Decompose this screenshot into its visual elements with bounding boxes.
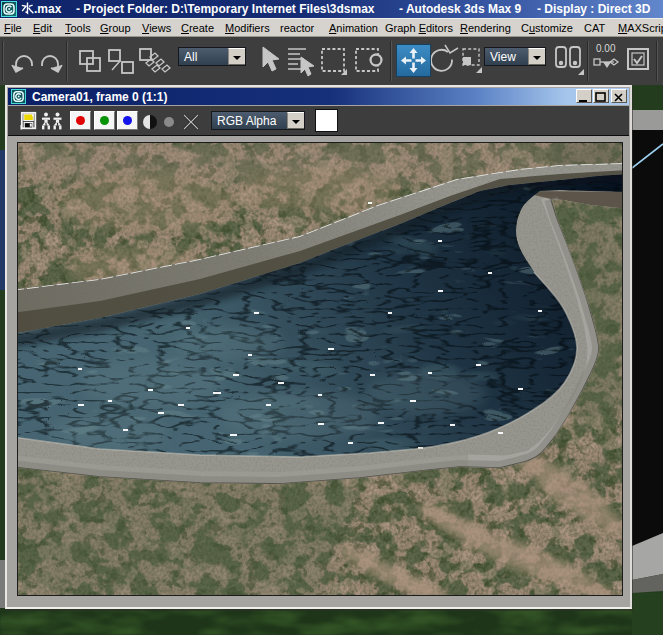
svg-text:0.00: 0.00: [596, 43, 616, 54]
